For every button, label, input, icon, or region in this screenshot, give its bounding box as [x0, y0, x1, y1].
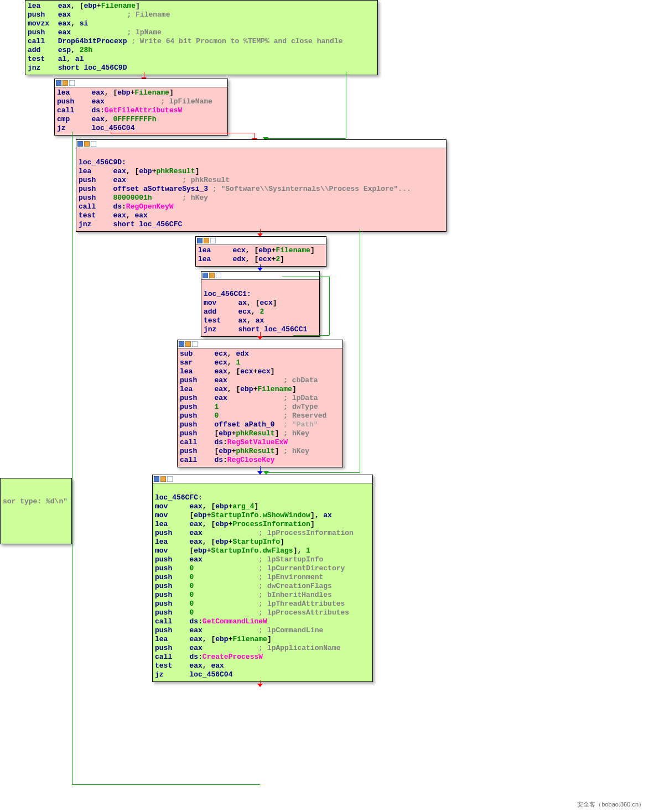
- node-icon: [216, 273, 221, 278]
- watermark: 安全客（bobao.360.cn）: [577, 800, 645, 809]
- palette-icon: [185, 341, 191, 347]
- svg-rect-2: [69, 80, 75, 86]
- svg-rect-3: [77, 141, 83, 147]
- asm-block-side[interactable]: sor type: %d\n": [0, 478, 72, 544]
- svg-rect-12: [179, 341, 184, 347]
- svg-rect-15: [154, 476, 159, 482]
- window-icon: [77, 141, 83, 147]
- asm-block-6[interactable]: sub ecx, edx sar ecx, 1 lea eax, [ecx+ec…: [177, 340, 343, 467]
- svg-rect-13: [185, 341, 191, 347]
- svg-rect-9: [203, 273, 208, 278]
- asm-code: loc_456CFC: mov eax, [ebp+arg_4] mov [eb…: [153, 483, 372, 681]
- node-icon: [167, 476, 173, 482]
- asm-code: lea eax, [ebp+Filename] push eax ; Filen…: [25, 1, 377, 75]
- node-icon: [192, 341, 198, 347]
- asm-block-1[interactable]: lea eax, [ebp+Filename] push eax ; Filen…: [25, 0, 378, 75]
- svg-rect-5: [91, 141, 96, 147]
- svg-rect-10: [209, 273, 215, 278]
- asm-block-3[interactable]: loc_456C9D: lea eax, [ebp+phkResult] pus…: [76, 139, 446, 232]
- block-header: [55, 79, 227, 87]
- block-header: [178, 340, 342, 348]
- asm-code: lea eax, [ebp+Filename] push eax ; lpFil…: [55, 87, 227, 135]
- window-icon: [197, 238, 203, 243]
- palette-icon: [204, 238, 209, 243]
- palette-icon: [160, 476, 166, 482]
- block-header: [201, 272, 319, 280]
- asm-block-5[interactable]: loc_456CC1: mov ax, [ecx] add ecx, 2 tes…: [201, 271, 320, 337]
- window-icon: [179, 341, 184, 347]
- asm-block-4[interactable]: lea ecx, [ebp+Filename] lea edx, [ecx+2]: [195, 236, 326, 267]
- svg-rect-1: [63, 80, 68, 86]
- window-icon: [56, 80, 61, 86]
- svg-rect-16: [160, 476, 166, 482]
- svg-rect-6: [197, 238, 203, 243]
- svg-rect-14: [192, 341, 198, 347]
- svg-rect-7: [204, 238, 209, 243]
- palette-icon: [84, 141, 90, 147]
- block-header: [196, 237, 326, 245]
- asm-code: lea ecx, [ebp+Filename] lea edx, [ecx+2]: [196, 245, 326, 266]
- asm-code: loc_456C9D: lea eax, [ebp+phkResult] pus…: [76, 148, 446, 231]
- svg-rect-4: [84, 141, 90, 147]
- block-header: [153, 475, 372, 483]
- window-icon: [154, 476, 159, 482]
- asm-code: sor type: %d\n": [1, 478, 71, 544]
- svg-rect-17: [167, 476, 173, 482]
- palette-icon: [209, 273, 215, 278]
- palette-icon: [63, 80, 68, 86]
- node-icon: [91, 141, 96, 147]
- window-icon: [203, 273, 208, 278]
- asm-block-2[interactable]: lea eax, [ebp+Filename] push eax ; lpFil…: [54, 79, 228, 136]
- svg-rect-0: [56, 80, 61, 86]
- asm-block-7[interactable]: loc_456CFC: mov eax, [ebp+arg_4] mov [eb…: [152, 475, 373, 682]
- block-header: [76, 140, 446, 148]
- asm-code: loc_456CC1: mov ax, [ecx] add ecx, 2 tes…: [201, 280, 319, 336]
- node-icon: [210, 238, 216, 243]
- svg-rect-11: [216, 273, 221, 278]
- svg-rect-8: [210, 238, 216, 243]
- asm-code: sub ecx, edx sar ecx, 1 lea eax, [ecx+ec…: [178, 348, 342, 467]
- node-icon: [69, 80, 75, 86]
